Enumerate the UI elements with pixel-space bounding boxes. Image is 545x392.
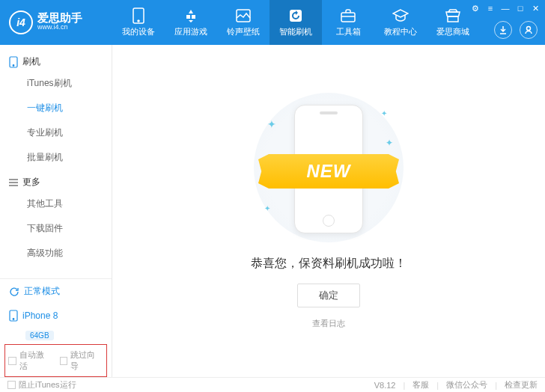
nav-toolbox[interactable]: 工具箱 [322, 0, 374, 45]
nav-my-device[interactable]: 我的设备 [112, 0, 165, 45]
ok-button[interactable]: 确定 [297, 284, 360, 307]
apps-icon [183, 7, 199, 24]
sidebar-item-itunes[interactable]: iTunes刷机 [0, 71, 112, 96]
view-log-link[interactable]: 查看日志 [312, 318, 345, 329]
nav-apps[interactable]: 应用游戏 [165, 0, 217, 45]
phone-icon [9, 310, 18, 322]
sidebar-item-other[interactable]: 其他工具 [0, 192, 112, 216]
auto-activate-checkbox[interactable]: 自动激活 [8, 349, 52, 372]
store-icon [445, 7, 461, 24]
main: 刷机 iTunes刷机 一键刷机 专业刷机 批量刷机 更多 其他工具 下载固件 … [0, 45, 545, 377]
svg-point-13 [13, 319, 14, 320]
sidebar-item-oneclick[interactable]: 一键刷机 [0, 96, 112, 120]
version-label: V8.12 [374, 381, 396, 390]
storage-badge: 64GB [25, 331, 54, 340]
content: ✦✦✦✦ NEW 恭喜您，保资料刷机成功啦！ 确定 查看日志 [112, 45, 545, 377]
footer: 阻止iTunes运行 V8.12 | 客服 | 微信公众号 | 检查更新 [0, 377, 545, 392]
refresh-icon [9, 287, 19, 297]
education-icon [392, 7, 409, 24]
svg-point-8 [13, 64, 14, 66]
sidebar-group-more[interactable]: 更多 [0, 170, 112, 192]
svg-point-6 [527, 27, 531, 31]
logo-title: 爱思助手 [37, 13, 82, 22]
sidebar-item-advanced[interactable]: 高级功能 [0, 241, 112, 266]
device-row[interactable]: iPhone 8 [0, 304, 112, 328]
sidebar-item-batch[interactable]: 批量刷机 [0, 145, 112, 170]
close-icon[interactable]: ✕ [530, 3, 541, 13]
nav-flash[interactable]: 智能刷机 [270, 0, 322, 45]
toolbox-icon [340, 7, 356, 24]
nav-ringtones[interactable]: 铃声壁纸 [217, 0, 270, 45]
sidebar-item-download[interactable]: 下载固件 [0, 216, 112, 241]
success-message: 恭喜您，保资料刷机成功啦！ [251, 256, 407, 272]
settings-icon[interactable]: ⚙ [470, 3, 481, 13]
svg-rect-5 [448, 16, 458, 22]
top-nav: 我的设备 应用游戏 铃声壁纸 智能刷机 工具箱 教程中心 爱思商城 [112, 0, 479, 45]
service-link[interactable]: 客服 [412, 379, 429, 391]
maximize-icon[interactable]: □ [515, 3, 526, 13]
menu-icon[interactable]: ≡ [485, 3, 496, 13]
svg-rect-11 [9, 185, 18, 186]
block-itunes-checkbox[interactable]: 阻止iTunes运行 [7, 379, 76, 391]
sidebar: 刷机 iTunes刷机 一键刷机 专业刷机 批量刷机 更多 其他工具 下载固件 … [0, 45, 112, 377]
success-illustration: ✦✦✦✦ NEW [254, 93, 404, 242]
logo[interactable]: i4 爱思助手 www.i4.cn [0, 10, 112, 34]
update-link[interactable]: 检查更新 [505, 379, 538, 391]
logo-icon: i4 [9, 10, 33, 34]
mode-row[interactable]: 正常模式 [0, 279, 112, 304]
nav-tutorial[interactable]: 教程中心 [374, 0, 427, 45]
skip-wizard-checkbox[interactable]: 跳过向导 [60, 349, 104, 372]
phone-icon [9, 56, 18, 68]
logo-url: www.i4.cn [37, 22, 82, 32]
svg-rect-9 [9, 179, 18, 180]
minimize-icon[interactable]: — [500, 3, 511, 13]
user-button[interactable] [520, 21, 538, 39]
window-controls: ⚙ ≡ — □ ✕ [470, 3, 541, 13]
header: i4 爱思助手 www.i4.cn 我的设备 应用游戏 铃声壁纸 智能刷机 工具… [0, 0, 545, 45]
sidebar-group-flash[interactable]: 刷机 [0, 49, 112, 71]
list-icon [9, 178, 18, 187]
refresh-icon [287, 7, 304, 24]
download-button[interactable] [494, 21, 512, 39]
svg-point-1 [138, 20, 139, 22]
device-icon [130, 7, 147, 24]
sidebar-item-pro[interactable]: 专业刷机 [0, 120, 112, 145]
wechat-link[interactable]: 微信公众号 [446, 379, 487, 391]
new-banner: NEW [269, 154, 389, 189]
image-icon [235, 7, 252, 24]
options-highlight: 自动激活 跳过向导 [4, 344, 107, 377]
svg-rect-4 [341, 13, 355, 22]
svg-rect-10 [9, 182, 18, 183]
